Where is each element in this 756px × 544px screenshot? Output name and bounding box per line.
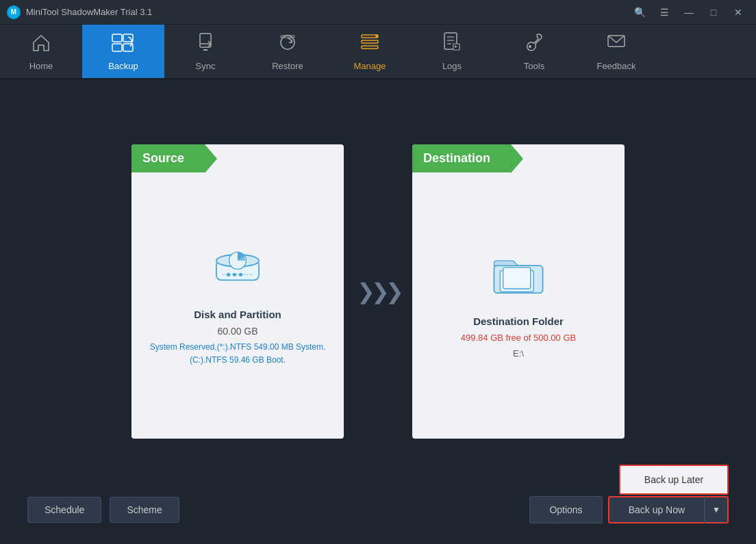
main-content: Source: [0, 79, 756, 544]
destination-drive: E:\: [513, 347, 524, 361]
backup-dropdown-menu: Back up Later: [619, 465, 729, 495]
source-panel-body[interactable]: Disk and Partition 60.00 GB System Reser…: [131, 172, 344, 432]
manage-icon: [359, 31, 381, 57]
feedback-label: Feedback: [596, 61, 635, 71]
source-size: 60.00 GB: [217, 326, 257, 337]
backup-dropdown-toggle[interactable]: ▼: [705, 496, 729, 523]
sync-label: Sync: [196, 61, 216, 71]
options-button[interactable]: Options: [529, 496, 602, 523]
nav-item-logs[interactable]: Logs: [411, 25, 493, 78]
logs-icon: [441, 31, 463, 57]
restore-label: Restore: [272, 61, 303, 71]
app-title: MiniTool ShadowMaker Trial 3.1: [26, 7, 152, 17]
title-bar-left: M MiniTool ShadowMaker Trial 3.1: [7, 5, 152, 19]
source-title: Disk and Partition: [194, 309, 281, 320]
menu-button[interactable]: ☰: [653, 3, 675, 22]
nav-item-restore[interactable]: Restore: [247, 25, 329, 78]
svg-rect-29: [503, 268, 531, 289]
backup-icon: [111, 31, 136, 57]
svg-rect-8: [362, 40, 378, 43]
tools-label: Tools: [524, 61, 544, 71]
home-label: Home: [29, 61, 53, 71]
window-controls: 🔍 ☰ — □ ✕: [629, 3, 749, 22]
nav-item-feedback[interactable]: Feedback: [575, 25, 657, 78]
nav-item-backup[interactable]: Backup: [82, 25, 164, 78]
destination-header: Destination: [423, 151, 511, 165]
right-buttons: Back up Later Options Back up Now ▼: [529, 496, 729, 523]
source-detail: System Reserved,(*:).NTFS 549.00 MB Syst…: [150, 341, 326, 367]
sync-icon: [194, 31, 216, 57]
backup-label: Backup: [108, 61, 138, 71]
nav-item-home[interactable]: Home: [0, 25, 82, 78]
nav-bar: Home Backup Sync: [0, 25, 756, 79]
arrow-area: ❯❯❯: [344, 279, 412, 305]
maximize-button[interactable]: □: [703, 3, 724, 22]
backup-area: Source: [27, 100, 729, 482]
title-bar: M MiniTool ShadowMaker Trial 3.1 🔍 ☰ — □…: [0, 0, 756, 25]
source-panel[interactable]: Source: [131, 144, 344, 439]
svg-rect-0: [112, 34, 122, 42]
backup-later-option[interactable]: Back up Later: [620, 466, 727, 493]
bottom-toolbar: Schedule Scheme Back up Later Options Ba…: [27, 482, 729, 523]
app-logo: M: [7, 5, 21, 19]
schedule-button[interactable]: Schedule: [27, 497, 101, 523]
tools-icon: [523, 31, 545, 57]
left-buttons: Schedule Scheme: [27, 497, 179, 523]
destination-title: Destination Folder: [473, 315, 564, 327]
logs-label: Logs: [442, 61, 462, 71]
nav-item-manage[interactable]: Manage: [329, 25, 411, 78]
folder-icon: [491, 251, 546, 302]
destination-panel[interactable]: Destination Destin: [412, 144, 625, 439]
minimize-button[interactable]: —: [678, 3, 700, 22]
nav-item-sync[interactable]: Sync: [164, 25, 247, 78]
svg-point-10: [375, 35, 378, 38]
destination-free: 499.84 GB free of 500.00 GB: [461, 333, 576, 343]
home-icon: [30, 31, 52, 57]
nav-item-tools[interactable]: Tools: [493, 25, 575, 78]
destination-panel-body[interactable]: Destination Folder 499.84 GB free of 500…: [412, 172, 625, 432]
source-header: Source: [142, 151, 205, 165]
search-button[interactable]: 🔍: [629, 3, 651, 22]
scheme-button[interactable]: Scheme: [110, 497, 179, 523]
svg-rect-2: [112, 44, 122, 51]
close-button[interactable]: ✕: [727, 3, 749, 22]
svg-point-18: [529, 45, 531, 48]
backup-now-button[interactable]: Back up Now: [608, 496, 705, 523]
svg-rect-9: [362, 46, 378, 49]
forward-arrows: ❯❯❯: [357, 279, 400, 305]
svg-rect-6: [281, 36, 294, 38]
disk-icon: [210, 244, 265, 295]
restore-icon: [277, 31, 299, 57]
feedback-icon: [605, 31, 627, 57]
manage-label: Manage: [354, 61, 386, 71]
